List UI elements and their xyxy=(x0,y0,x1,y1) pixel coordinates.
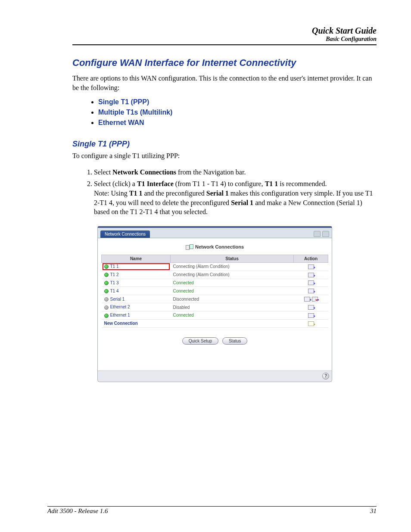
interface-status-icon xyxy=(104,297,109,302)
col-header-name: Name xyxy=(102,255,171,262)
step-text: and the preconfigured xyxy=(142,190,206,197)
interface-status-icon xyxy=(104,289,109,293)
table-row: T1 4Connected xyxy=(102,287,328,295)
connection-action-cell xyxy=(294,271,328,279)
edit-action-icon[interactable] xyxy=(308,273,314,277)
connection-action-cell xyxy=(294,262,328,271)
table-row: T1 1Connecting (Alarm Condition) xyxy=(102,262,328,271)
step-text-bold: T1 1 xyxy=(265,180,278,187)
panel-title: Network Connections xyxy=(101,244,328,250)
window-control-icon[interactable] xyxy=(322,231,329,237)
doc-header-title: Quick Start Guide xyxy=(72,26,377,36)
panel-title-text: Network Connections xyxy=(195,244,244,249)
option-item: Multiple T1s (Multilink) xyxy=(98,109,377,116)
option-item: Single T1 (PPP) xyxy=(98,98,377,106)
interface-status-icon xyxy=(104,273,109,277)
step-text: Select xyxy=(94,168,112,176)
option-list: Single T1 (PPP) Multiple T1s (Multilink)… xyxy=(72,98,377,127)
step-text: (from T1 1 - T1 4) to configure, xyxy=(174,180,265,187)
window-footer: ? xyxy=(98,370,332,382)
col-header-action: Action xyxy=(294,255,328,262)
computers-icon xyxy=(186,244,193,250)
connection-name-cell[interactable]: T1 2 xyxy=(102,271,171,279)
connection-action-cell xyxy=(294,279,328,287)
intro-paragraph: There are options to this WAN configurat… xyxy=(72,74,377,92)
table-row: Ethernet 1Connected xyxy=(102,311,328,320)
step-text: from the Navigation bar. xyxy=(176,168,246,176)
delete-action-icon[interactable] xyxy=(312,297,318,302)
section-heading: Configure WAN Interface for Internet Con… xyxy=(72,57,377,68)
connection-status-cell: Connected xyxy=(171,287,294,295)
connection-name-cell[interactable]: Serial 1 xyxy=(102,295,171,303)
tab-network-connections[interactable]: Network Connections xyxy=(100,230,150,238)
table-row: T1 2Connecting (Alarm Condition) xyxy=(102,271,328,279)
network-connections-window: Network Connections Network Connections … xyxy=(97,226,332,382)
col-header-status: Status xyxy=(171,255,294,262)
connection-link[interactable]: T1 3 xyxy=(110,280,119,285)
connection-status-cell: Disconnected xyxy=(171,295,294,303)
connection-name-cell[interactable]: T1 1 xyxy=(102,262,171,271)
connection-link[interactable]: T1 2 xyxy=(110,272,119,277)
table-row: T1 3Connected xyxy=(102,279,328,287)
connection-status-cell: Connecting (Alarm Condition) xyxy=(171,262,294,271)
interface-status-icon xyxy=(104,314,109,318)
edit-action-icon[interactable] xyxy=(308,305,314,310)
table-row: Serial 1Disconnected xyxy=(102,295,328,303)
connection-action-cell xyxy=(294,311,328,320)
subsection-heading: Single T1 (PPP) xyxy=(72,140,377,149)
connection-name-cell[interactable]: T1 3 xyxy=(102,279,171,287)
connection-action-cell xyxy=(294,287,328,295)
connection-name-cell[interactable]: T1 4 xyxy=(102,287,171,295)
step-item: Select Network Connections from the Navi… xyxy=(94,168,377,177)
new-connection-icon[interactable] xyxy=(308,321,314,326)
quick-setup-button[interactable]: Quick Setup xyxy=(182,337,218,345)
connection-status-cell: Connected xyxy=(171,311,294,320)
connection-status-cell: Connecting (Alarm Condition) xyxy=(171,271,294,279)
connection-name-cell[interactable]: Ethernet 1 xyxy=(102,311,171,320)
connection-link[interactable]: T1 4 xyxy=(110,289,119,293)
step-text: Select (click) a xyxy=(94,180,137,187)
footer-left: Adit 3500 - Release 1.6 xyxy=(47,507,108,515)
connection-link[interactable]: Serial 1 xyxy=(110,297,125,302)
option-item: Ethernet WAN xyxy=(98,119,377,127)
table-row: Ethernet 2Disabled xyxy=(102,303,328,311)
new-connection-link[interactable]: New Connection xyxy=(102,319,171,327)
edit-action-icon[interactable] xyxy=(304,297,310,302)
edit-action-icon[interactable] xyxy=(308,264,314,269)
step-text-bold: Serial 1 xyxy=(231,199,253,206)
help-button[interactable]: ? xyxy=(322,373,329,380)
footer-page-number: 31 xyxy=(370,507,377,515)
connections-table: Name Status Action T1 1Connecting (Alarm… xyxy=(101,255,328,328)
connection-action-cell xyxy=(294,303,328,311)
header-rule xyxy=(72,44,377,45)
window-control-icon[interactable] xyxy=(314,231,321,237)
edit-action-icon[interactable] xyxy=(308,280,314,285)
step-text: Note: Using xyxy=(94,190,129,197)
interface-status-icon xyxy=(104,281,109,285)
step-text-bold: Serial 1 xyxy=(206,190,229,197)
step-text-bold: T1 1 xyxy=(129,190,143,197)
page-footer: Adit 3500 - Release 1.6 31 xyxy=(47,506,377,515)
edit-action-icon[interactable] xyxy=(308,313,314,318)
step-text-bold: T1 Interface xyxy=(137,180,174,187)
connection-link[interactable]: T1 1 xyxy=(110,264,119,269)
tab-bar: Network Connections xyxy=(98,228,332,238)
step-item: Select (click) a T1 Interface (from T1 1… xyxy=(94,179,377,216)
interface-status-icon xyxy=(104,305,109,310)
edit-action-icon[interactable] xyxy=(308,289,314,293)
doc-header-subtitle: Basic Configuration xyxy=(72,36,377,43)
connection-action-cell xyxy=(294,295,328,303)
status-button[interactable]: Status xyxy=(222,337,247,345)
connection-link[interactable]: Ethernet 2 xyxy=(110,305,130,309)
connection-status-cell: Disabled xyxy=(171,303,294,311)
step-list: Select Network Connections from the Navi… xyxy=(72,168,377,217)
step-text-bold: Network Connections xyxy=(112,168,176,176)
step-text: is recommended. xyxy=(278,180,327,187)
connection-name-cell[interactable]: Ethernet 2 xyxy=(102,303,171,311)
connection-link[interactable]: Ethernet 1 xyxy=(110,313,130,317)
interface-status-icon xyxy=(104,264,109,269)
subsection-intro: To configure a single T1 utilizing PPP: xyxy=(72,151,377,161)
connection-status-cell: Connected xyxy=(171,279,294,287)
